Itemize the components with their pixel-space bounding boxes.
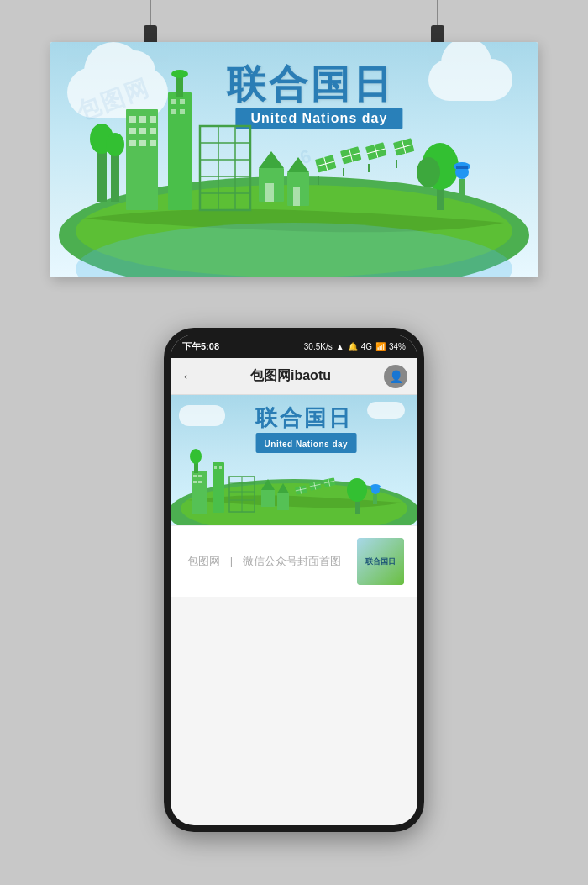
thumb-title-cn: 联合国日 [365, 556, 396, 567]
svg-rect-64 [198, 475, 202, 477]
phone-brand-text: 包图网 | 微信公众号封面首图 [184, 554, 345, 569]
back-button[interactable]: ← [181, 366, 197, 386]
svg-marker-34 [287, 157, 309, 172]
signal-4g: 4G [361, 342, 372, 351]
svg-point-54 [417, 157, 440, 187]
phone-city-svg [171, 441, 417, 525]
svg-rect-8 [139, 116, 146, 123]
svg-rect-56 [459, 179, 465, 196]
svg-marker-31 [259, 151, 284, 168]
svg-rect-12 [150, 128, 156, 134]
svg-rect-93 [373, 494, 377, 504]
svg-rect-10 [129, 128, 136, 134]
svg-point-5 [106, 133, 124, 156]
phone-banner-content: 联合国日 United Nations day [171, 395, 417, 525]
svg-rect-13 [129, 140, 136, 146]
phone-nav: ← 包图网ibaotu 👤 [171, 358, 417, 395]
phone-cloud-2 [367, 402, 405, 419]
svg-rect-71 [219, 466, 222, 469]
svg-point-91 [347, 478, 367, 502]
svg-rect-15 [150, 140, 156, 146]
phone-bottom-content: 包图网 | 微信公众号封面首图 联合国日 [171, 525, 417, 597]
svg-rect-21 [176, 76, 183, 97]
nav-title: 包图网ibaotu [206, 367, 375, 385]
signal-icon2: 🔔 [348, 342, 358, 351]
nav-avatar[interactable]: 👤 [384, 365, 407, 388]
svg-rect-70 [214, 466, 217, 469]
clip-wire-right [437, 0, 438, 25]
status-bar: 下午5:08 30.5K/s ▲ 🔔 4G 📶 34% [171, 335, 417, 358]
svg-rect-79 [277, 493, 289, 510]
svg-rect-3 [111, 151, 119, 202]
svg-rect-66 [198, 481, 202, 483]
clip-wire-left [150, 0, 151, 25]
svg-rect-9 [150, 116, 156, 123]
status-time: 下午5:08 [182, 340, 219, 353]
brand-name: 包图网 [187, 555, 220, 567]
phone-text-block: 包图网 | 微信公众号封面首图 [184, 554, 345, 569]
svg-rect-20 [180, 109, 185, 114]
svg-rect-77 [261, 490, 275, 507]
battery: 34% [389, 342, 406, 351]
svg-rect-11 [139, 128, 146, 134]
banner-content: 包图网 6 联合国日 United Nations day [50, 42, 538, 277]
phone-screen: 下午5:08 30.5K/s ▲ 🔔 4G 📶 34% ← 包图网ibaotu … [171, 335, 417, 825]
phone-banner: 联合国日 United Nations day [171, 395, 417, 525]
sub-text: 微信公众号封面首图 [243, 555, 341, 567]
svg-rect-17 [171, 99, 176, 104]
svg-rect-35 [293, 187, 300, 206]
phone-thumbnail: 联合国日 [357, 538, 404, 585]
phone-cloud-1 [179, 405, 225, 426]
phone-title-cn: 联合国日 [255, 403, 353, 433]
avatar-icon: 👤 [389, 370, 403, 383]
svg-rect-63 [193, 475, 197, 477]
network-speed: 30.5K/s [304, 342, 333, 351]
city-scene-svg [50, 42, 538, 277]
banner-card: 包图网 6 联合国日 United Nations day [50, 42, 538, 277]
signal-icon: ▲ [336, 342, 344, 351]
svg-rect-32 [265, 183, 274, 202]
clip-body-right [431, 25, 444, 44]
svg-rect-69 [213, 462, 224, 513]
phone-mockup: 下午5:08 30.5K/s ▲ 🔔 4G 📶 34% ← 包图网ibaotu … [164, 328, 424, 832]
svg-rect-7 [129, 116, 136, 123]
svg-point-94 [370, 484, 381, 489]
svg-point-68 [190, 449, 202, 464]
clip-body-left [144, 25, 157, 44]
svg-rect-6 [126, 109, 158, 210]
svg-rect-19 [171, 109, 176, 114]
status-icons: 30.5K/s ▲ 🔔 4G 📶 34% [304, 342, 406, 351]
svg-rect-14 [139, 140, 146, 146]
svg-rect-18 [180, 99, 185, 104]
wifi-icon: 📶 [375, 342, 386, 351]
separator: | [230, 555, 233, 567]
svg-rect-65 [193, 481, 197, 483]
svg-rect-58 [456, 166, 468, 169]
svg-point-22 [171, 70, 188, 78]
